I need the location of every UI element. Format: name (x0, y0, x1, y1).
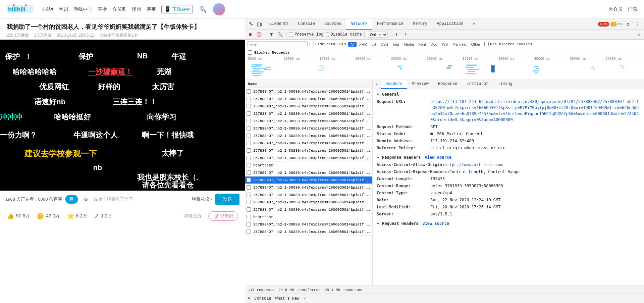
tab-memory[interactable]: Memory (408, 19, 432, 30)
detail-tab-preview[interactable]: Preview (407, 80, 433, 89)
detail-tab-timing[interactable]: Timing (493, 80, 517, 89)
tab-performance[interactable]: Performance (372, 19, 408, 30)
console-drawer-icon[interactable]: ⌨ (248, 296, 250, 301)
request-list-item[interactable]: 257888407_nb2-1-30280.m4s?expires=160605… (245, 132, 372, 140)
request-list-item[interactable]: heartbeat (245, 213, 372, 221)
request-list-body[interactable]: 257888407_nb2-1-30080.m4s?expires=160605… (245, 88, 372, 286)
resources-size: 25.1 MB resources (325, 288, 362, 292)
comment-input-area[interactable]: A 发个弹幕见证当下 (94, 196, 189, 202)
preserve-log-checkbox[interactable]: Preserve log (289, 32, 323, 37)
request-list-item[interactable]: heartbeat (245, 162, 372, 169)
whats-new-tab[interactable]: What's New (275, 296, 300, 301)
share-button[interactable]: ↗ 1.2万 (94, 212, 112, 220)
request-list-item[interactable]: 257888407_nb2-1-30080.m4s?expires=160605… (245, 110, 372, 117)
request-list-item[interactable]: 257888407_nb2-1-30080.m4s?expires=160605… (245, 154, 372, 162)
bilibili-logo[interactable]: bilibili (7, 4, 34, 15)
request-list-item[interactable]: 257888407_nb2-1-30280.m4s?expires=160605… (245, 228, 372, 236)
blocked-requests-checkbox[interactable] (248, 50, 252, 55)
export-har-icon[interactable]: ⬇ (401, 31, 409, 38)
nav-live[interactable]: 直播 (98, 6, 107, 12)
tab-console[interactable]: Console (293, 19, 320, 30)
request-list-item[interactable]: 257888407_nb2-1-30080.m4s?expires=160605… (245, 88, 372, 95)
close-devtools-icon[interactable]: ✕ (635, 31, 643, 38)
nav-vip[interactable]: 大会员 (608, 6, 623, 12)
request-list-item[interactable]: 257888407_nb2-1-30080.m4s?expires=160605… (245, 191, 372, 199)
notes-button[interactable]: 📝 记笔记 (208, 211, 238, 221)
filter-icon[interactable] (268, 31, 275, 38)
search-icon[interactable]: 🔍 (276, 31, 284, 38)
request-list-item[interactable]: 257888407_nb2-1-30280.m4s?expires=160605… (245, 147, 372, 154)
danmaku-container: 保护 ！ 保护 NB 牛逼 哈哈哈哈哈哈 一沙璩痲逼！ 芜湖 优质网红 好样的 … (0, 40, 245, 191)
request-list-item[interactable]: 257888407_nb2-1-30280.m4s?expires=160605… (245, 176, 372, 184)
tab-application[interactable]: Application (432, 19, 468, 30)
ceremony-button[interactable]: 弹幕礼仪 › (192, 196, 212, 202)
nav-game[interactable]: 游戏中心 (73, 6, 92, 12)
nav-download[interactable]: 📱下载APP (161, 5, 193, 13)
request-list-item[interactable]: 257888407_nb2-1-30280.m4s?expires=160605… (245, 199, 372, 206)
settings-icon[interactable]: ⚙ (624, 20, 632, 28)
type-js[interactable]: JS (370, 42, 378, 47)
nav-bangumi[interactable]: 番剧 (59, 6, 68, 12)
request-list-item[interactable]: 257888407_nb2-1-30280.m4s?expires=160605… (245, 117, 372, 125)
disable-cache-checkbox[interactable]: Disable cache (325, 32, 362, 37)
type-all[interactable]: All (348, 42, 356, 47)
import-har-icon[interactable]: ⬆ (393, 31, 400, 38)
report-button[interactable]: 稿件投诉 (184, 213, 202, 219)
record-button[interactable]: ⏺ (247, 31, 254, 38)
hide-data-url-checkbox[interactable]: Hide data URLs (310, 42, 346, 46)
request-list-item[interactable]: 257888407_nb2-1-30080.m4s?expires=160605… (245, 95, 372, 103)
close-detail-icon[interactable]: ✕ (374, 82, 379, 87)
tab-network[interactable]: Network (346, 19, 372, 30)
request-headers-section-header[interactable]: Request Headers view source (377, 221, 640, 226)
nav-message[interactable]: 消息 (628, 6, 637, 12)
type-media[interactable]: Media (402, 42, 416, 47)
request-list-item[interactable]: 257888407_nb2-1-30080.m4s?expires=160605… (245, 140, 372, 147)
send-button[interactable]: 发送 (215, 194, 239, 205)
has-blocked-cookies-checkbox[interactable]: Has blocked cookies (484, 42, 532, 46)
tab-elements[interactable]: Elements (265, 19, 293, 30)
type-doc[interactable]: Doc (429, 42, 439, 47)
coin-button[interactable]: 🪙 43.0万 (37, 212, 60, 220)
nav-esports[interactable]: 赛事 (147, 6, 156, 12)
detail-tab-headers[interactable]: Headers (381, 80, 407, 89)
type-css[interactable]: CSS (379, 42, 390, 47)
inspect-element-icon[interactable] (248, 20, 255, 28)
request-list-item[interactable]: 257888407_nb2-1-30080.m4s?expires=160605… (245, 184, 372, 191)
user-avatar[interactable] (213, 3, 225, 15)
network-throttle-select[interactable]: Online (367, 32, 388, 38)
search-icon[interactable]: 🔍 (198, 5, 208, 14)
tab-more[interactable]: » (468, 19, 480, 30)
detail-tab-initiator[interactable]: Initiator (462, 80, 493, 89)
danmaku-toggle-button[interactable]: 弹 (65, 195, 78, 204)
request-list-item[interactable]: 257888407_nb2-1-30080.m4s?expires=160605… (245, 221, 372, 228)
type-img[interactable]: Img (391, 42, 401, 47)
clear-button[interactable]: 🚫 (255, 31, 263, 38)
response-headers-section-header[interactable]: Response Headers view source (377, 155, 640, 160)
nav-manga[interactable]: 漫画 (132, 6, 141, 12)
favorite-button[interactable]: ⭐ 8.2万 (67, 212, 87, 220)
nav-mall[interactable]: 会员购 (112, 6, 126, 12)
filter-input[interactable] (247, 41, 308, 47)
nav-home[interactable]: 主站▾ (42, 6, 53, 12)
tab-sources[interactable]: Sources (320, 19, 346, 30)
danmaku-settings-icon[interactable]: ⚙ (81, 195, 91, 204)
request-view-source-link[interactable]: view source (422, 221, 449, 226)
console-close-icon[interactable]: ✕ (304, 296, 306, 301)
type-other[interactable]: Other (469, 42, 483, 47)
more-options-icon[interactable]: ⋮ (633, 20, 641, 28)
video-player[interactable]: 保护 ！ 保护 NB 牛逼 哈哈哈哈哈哈 一沙璩痲逼！ 芜湖 优质网红 好样的 … (0, 40, 245, 191)
type-ws[interactable]: WS (440, 42, 450, 47)
request-list-item[interactable]: 257888407_nb2-1-30080.m4s?expires=160605… (245, 206, 372, 213)
detail-tab-response[interactable]: Response (433, 80, 462, 89)
request-list-item[interactable]: 257888407_nb2-1-30080.m4s?expires=160605… (245, 169, 372, 176)
view-source-link[interactable]: view source (425, 155, 451, 160)
request-list-item[interactable]: 257888407_nb2-1-30280.m4s?expires=160605… (245, 103, 372, 110)
type-xhr[interactable]: XHR (357, 42, 369, 47)
type-font[interactable]: Font (417, 42, 428, 47)
device-toolbar-icon[interactable] (256, 20, 263, 28)
general-section-header[interactable]: General (377, 92, 640, 97)
like-button[interactable]: 👍 50.6万 (7, 212, 30, 220)
request-list-item[interactable]: 257888407_nb2-1-30080.m4s?expires=160605… (245, 125, 372, 132)
console-tab[interactable]: Console (254, 296, 271, 301)
type-manifest[interactable]: Manifest (450, 42, 469, 47)
